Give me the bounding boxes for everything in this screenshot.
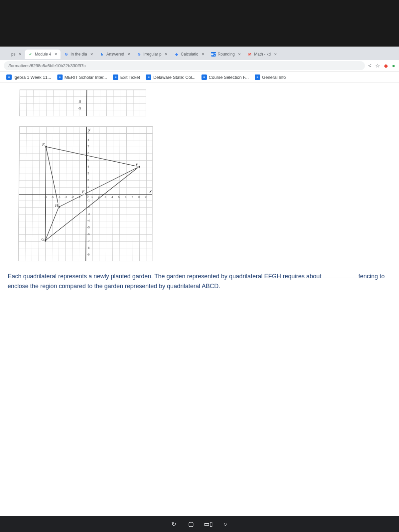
close-icon[interactable]: × (127, 52, 130, 57)
favicon-icon: ◆ (174, 52, 179, 57)
graph-fragment-top: -8 -9 (19, 89, 146, 116)
tab-strip: ps×✓Module 4×GIn the dia×bAnswered×Girre… (0, 47, 399, 60)
favicon-icon: b (100, 52, 104, 57)
y-tick-label: -7 (87, 239, 90, 242)
browser-tab[interactable]: bAnswered× (96, 50, 134, 59)
bookmark-item[interactable]: ≡Exit Ticket (113, 74, 140, 80)
browser-tab[interactable]: RCRounding× (208, 50, 244, 59)
favicon-icon: ✓ (28, 52, 33, 57)
coordinate-grid: y x (18, 126, 153, 261)
bookmark-item[interactable]: ≡Delaware State: Col... (146, 74, 196, 80)
tick-label: -9 (78, 106, 81, 110)
favicon-icon (5, 52, 9, 57)
y-tick-label: 2 (87, 178, 89, 182)
bookmark-item[interactable]: ≡Course Selection F... (201, 74, 249, 80)
bookmark-icon: ≡ (146, 74, 151, 80)
x-tick-label: -6 (44, 195, 47, 199)
y-tick-label: -8 (87, 246, 89, 249)
svg-line-0 (46, 147, 139, 167)
toolbar-icons: < ☆ ◆ ● (368, 63, 395, 69)
x-tick-label: 9 (145, 195, 147, 199)
y-tick-label: -6 (87, 232, 90, 236)
bookmark-icon: ≡ (57, 74, 63, 80)
bookmark-label: Exit Ticket (120, 75, 140, 80)
tab-title: Module 4 (35, 52, 52, 57)
extension-icon[interactable]: ◆ (384, 63, 388, 69)
tab-title: In the dia (70, 52, 87, 57)
x-tick-label: -4 (58, 195, 61, 199)
vertex-label: F (135, 162, 139, 168)
close-icon[interactable]: × (201, 52, 204, 57)
bookmark-label: Course Selection F... (209, 75, 249, 80)
y-tick-label: -1 (87, 199, 90, 202)
address-bar: /formatives/6298c6a6bfe10b22b330f97c < ☆… (0, 60, 399, 72)
close-icon[interactable]: × (165, 52, 168, 57)
favicon-icon: RC (211, 52, 216, 57)
bookmark-label: Delaware State: Col... (153, 75, 196, 80)
task-view-icon[interactable]: ▭▯ (203, 519, 213, 529)
url-input[interactable]: /formatives/6298c6a6bfe10b22b330f97c (4, 61, 365, 70)
browser-window: ps×✓Module 4×GIn the dia×bAnswered×Girre… (0, 47, 399, 523)
app-icon[interactable]: ▢ (186, 519, 196, 529)
bookmark-item[interactable]: ≡lgebra 1 Week 11... (6, 74, 51, 80)
question-part1: Each quadrilateral represents a newly pl… (8, 273, 322, 280)
y-tick-label: -2 (87, 205, 90, 209)
browser-tab[interactable]: ✓Module 4× (25, 50, 61, 59)
tab-title: irregular p (143, 52, 161, 57)
browser-tab[interactable]: MMath - kd× (244, 50, 280, 59)
taskbar: ↻ ▢ ▭▯ ○ (0, 516, 399, 532)
favicon-icon: G (137, 52, 141, 57)
close-icon[interactable]: × (19, 52, 21, 57)
close-icon[interactable]: × (238, 52, 241, 57)
share-icon[interactable]: < (368, 63, 371, 69)
favicon-icon: G (64, 52, 68, 57)
y-tick-label: 5 (87, 158, 89, 162)
y-tick-label: 1 (87, 185, 89, 189)
answer-blank[interactable] (323, 272, 357, 278)
svg-line-4 (45, 167, 139, 240)
tab-title: Math - kd (254, 52, 271, 57)
bookmark-label: MERIT Scholar Inter... (65, 75, 107, 80)
bookmark-item[interactable]: ≡MERIT Scholar Inter... (57, 74, 107, 80)
y-tick-label: -9 (87, 253, 89, 256)
tick-label: -8 (78, 100, 81, 103)
x-tick-label: 7 (131, 195, 133, 199)
graph-container: -8 -9 y x (18, 89, 395, 261)
x-tick-label: -2 (71, 195, 74, 199)
y-tick-label: 6 (87, 152, 89, 155)
browser-tab[interactable]: ps× (1, 50, 25, 59)
x-axis-label: x (150, 189, 152, 194)
svg-line-2 (59, 167, 139, 207)
x-tick-label: -5 (51, 195, 54, 199)
x-tick-label: 2 (98, 195, 100, 199)
question-text: Each quadrilateral represents a newly pl… (4, 271, 395, 305)
close-icon[interactable]: × (90, 52, 93, 57)
close-icon[interactable]: × (55, 52, 57, 57)
bookmark-item[interactable]: ≡General Info (255, 74, 286, 80)
bookmark-icon: ≡ (113, 74, 118, 80)
y-tick-label: -3 (87, 212, 90, 215)
bookmark-icon: ≡ (6, 74, 12, 80)
x-tick-label: 4 (111, 195, 113, 199)
y-tick-label: 7 (87, 145, 89, 148)
tab-title: Answered (106, 52, 124, 57)
y-tick-label: 8 (87, 138, 89, 141)
bookmark-icon: ≡ (201, 74, 207, 80)
x-tick-label: 5 (118, 195, 120, 199)
browser-tab[interactable]: ◆Calculatio× (171, 50, 208, 59)
favicon-icon: M (247, 52, 252, 57)
vertex-label: E (81, 189, 85, 195)
tab-title: Rounding (218, 52, 235, 57)
close-icon[interactable]: × (274, 52, 277, 57)
x-tick-label: 6 (125, 195, 126, 199)
profile-icon[interactable]: ● (392, 63, 395, 69)
tab-title: Calculatio (181, 52, 199, 57)
origin-label: 0 (87, 195, 88, 198)
star-icon[interactable]: ☆ (375, 63, 380, 69)
page-content: -8 -9 y x (0, 83, 399, 308)
svg-line-3 (45, 207, 59, 241)
refresh-icon[interactable]: ↻ (169, 519, 178, 529)
browser-tab[interactable]: Girregular p× (133, 50, 171, 59)
browser-tab[interactable]: GIn the dia× (61, 50, 96, 59)
circle-icon[interactable]: ○ (221, 519, 230, 529)
